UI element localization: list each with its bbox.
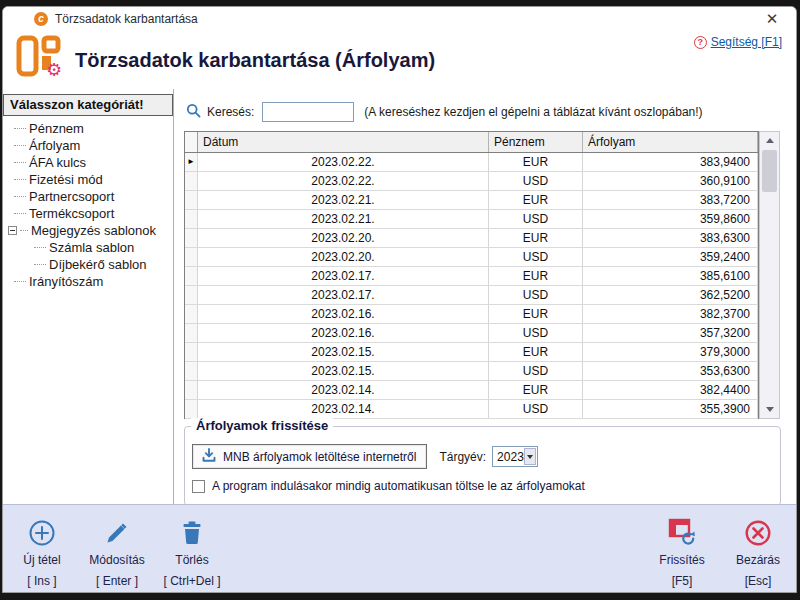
table-header-row: Dátum Pénznem Árfolyam [185, 132, 758, 153]
refresh-label: Frissítés [659, 553, 704, 567]
auto-download-label: A program indulásakor mindig automatikus… [212, 479, 585, 493]
help-label: Segítség [F1] [711, 35, 782, 49]
app-window: c Törzsadatok karbantartása ✕ ⚙ Törzsada… [2, 6, 797, 593]
cell-datum: 2023.02.15. [198, 343, 489, 361]
sidebar-item-label: Árfolyam [29, 138, 80, 153]
sidebar-item-iranyitoszam[interactable]: Irányítószám [3, 273, 173, 290]
cell-arfolyam: 359,2400 [583, 248, 758, 266]
table-row[interactable]: 2023.02.17.USD362,5200 [185, 286, 758, 305]
sidebar-header: Válasszon kategóriát! [3, 94, 173, 116]
cell-arfolyam: 359,8600 [583, 210, 758, 228]
cell-penznem: EUR [489, 267, 583, 285]
cell-datum: 2023.02.16. [198, 324, 489, 342]
auto-download-checkbox[interactable] [192, 480, 205, 493]
tree-guide [14, 145, 26, 146]
column-header-datum[interactable]: Dátum [198, 132, 489, 152]
table-row[interactable]: 2023.02.16.USD357,3200 [185, 324, 758, 343]
sidebar-item-afa-kulcs[interactable]: ÁFA kulcs [3, 154, 173, 171]
sidebar-item-dijbekero-sablon[interactable]: Díjbekérő sablon [3, 256, 173, 273]
table-row[interactable]: 2023.02.16.EUR382,3700 [185, 305, 758, 324]
table-row[interactable]: 2023.02.21.EUR383,7200 [185, 191, 758, 210]
row-selector-cell: ► [185, 153, 198, 171]
row-selector-cell [185, 400, 198, 418]
sidebar-item-label: ÁFA kulcs [29, 155, 86, 170]
sidebar-item-partnercsoport[interactable]: Partnercsoport [3, 188, 173, 205]
tree-guide [14, 162, 26, 163]
table-row[interactable]: 2023.02.15.EUR379,3000 [185, 343, 758, 362]
table-body: ►2023.02.22.EUR383,94002023.02.22.USD360… [185, 153, 758, 419]
gear-icon: ⚙ [46, 61, 62, 79]
table-refresh-icon [667, 517, 697, 547]
cell-arfolyam: 357,3200 [583, 324, 758, 342]
cell-arfolyam: 383,6300 [583, 229, 758, 247]
collapse-minus-icon[interactable] [8, 226, 17, 235]
table-row[interactable]: ►2023.02.22.EUR383,9400 [185, 153, 758, 172]
scrollbar-thumb[interactable] [762, 150, 777, 192]
rates-table: Dátum Pénznem Árfolyam ►2023.02.22.EUR38… [184, 131, 759, 419]
mnb-download-label: MNB árfolyamok letöltése internetről [223, 450, 416, 464]
table-row[interactable]: 2023.02.20.EUR383,6300 [185, 229, 758, 248]
scroll-down-icon[interactable] [760, 401, 779, 418]
close-icon[interactable]: ✕ [762, 9, 782, 29]
mnb-download-button[interactable]: MNB árfolyamok letöltése internetről [192, 444, 427, 469]
sidebar-item-megjegyzes-sablonok[interactable]: Megjegyzés sablonok [3, 222, 173, 239]
cell-penznem: USD [489, 248, 583, 266]
table-row[interactable]: 2023.02.17.EUR385,6100 [185, 267, 758, 286]
cell-penznem: USD [489, 286, 583, 304]
column-header-arfolyam[interactable]: Árfolyam [583, 132, 758, 152]
close-button[interactable]: Bezárás [Esc] [708, 505, 797, 593]
sidebar-item-label: Számla sablon [49, 240, 134, 255]
cell-penznem: EUR [489, 305, 583, 323]
sidebar-item-label: Fizetési mód [29, 172, 103, 187]
cell-datum: 2023.02.15. [198, 362, 489, 380]
cell-penznem: EUR [489, 153, 583, 171]
delete-label: Törlés [175, 553, 208, 567]
sidebar-item-penznem[interactable]: Pénznem [3, 120, 173, 137]
selector-column-header [185, 132, 198, 152]
sidebar-item-label: Megjegyzés sablonok [31, 223, 156, 238]
bottom-toolbar: Új tétel [ Ins ] Módosítás [ Enter ] [3, 504, 796, 592]
row-selector-cell [185, 286, 198, 304]
new-item-shortcut: [ Ins ] [27, 574, 56, 588]
cell-arfolyam: 379,3000 [583, 343, 758, 361]
help-link[interactable]: ? Segítség [F1] [694, 35, 782, 49]
row-selector-cell [185, 210, 198, 228]
chevron-down-icon[interactable] [524, 448, 536, 465]
sidebar-item-arfolyam[interactable]: Árfolyam [3, 137, 173, 154]
window-title: Törzsadatok karbantartása [55, 12, 198, 26]
table-row[interactable]: 2023.02.21.USD359,8600 [185, 210, 758, 229]
table-scrollbar[interactable] [759, 131, 780, 419]
column-header-penznem[interactable]: Pénznem [489, 132, 583, 152]
row-selector-cell [185, 305, 198, 323]
scroll-up-icon[interactable] [760, 132, 779, 149]
row-selector-cell [185, 267, 198, 285]
table-row[interactable]: 2023.02.15.USD353,6300 [185, 362, 758, 381]
cell-penznem: EUR [489, 343, 583, 361]
content: Válasszon kategóriát! PénznemÁrfolyamÁFA… [3, 89, 796, 504]
app-logo-icon: ⚙ [16, 35, 66, 83]
sidebar-item-label: Díjbekérő sablon [49, 257, 147, 272]
cell-penznem: EUR [489, 381, 583, 399]
search-hint: (A kereséshez kezdjen el gépelni a táblá… [364, 105, 702, 119]
refresh-shortcut: [F5] [672, 574, 693, 588]
new-item-label: Új tétel [23, 553, 60, 567]
current-row-marker-icon: ► [187, 158, 195, 166]
year-label: Tárgyév: [439, 450, 486, 464]
table-row[interactable]: 2023.02.14.USD355,3900 [185, 400, 758, 419]
year-select[interactable]: 2023 [492, 446, 538, 467]
table-row[interactable]: 2023.02.14.EUR382,4400 [185, 381, 758, 400]
header: ⚙ Törzsadatok karbantartása (Árfolyam) ?… [3, 31, 796, 84]
sidebar-item-termekcsoport[interactable]: Termékcsoport [3, 205, 173, 222]
close-label: Bezárás [736, 553, 780, 567]
search-input[interactable] [262, 102, 354, 122]
sidebar-item-fizetesi-mod[interactable]: Fizetési mód [3, 171, 173, 188]
cell-penznem: USD [489, 324, 583, 342]
delete-button[interactable]: Törlés [ Ctrl+Del ] [142, 505, 242, 593]
table-row[interactable]: 2023.02.20.USD359,2400 [185, 248, 758, 267]
category-tree: PénznemÁrfolyamÁFA kulcsFizetési módPart… [3, 120, 173, 290]
cell-penznem: USD [489, 210, 583, 228]
cell-datum: 2023.02.17. [198, 267, 489, 285]
row-selector-cell [185, 324, 198, 342]
table-row[interactable]: 2023.02.22.USD360,9100 [185, 172, 758, 191]
sidebar-item-szamla-sablon[interactable]: Számla sablon [3, 239, 173, 256]
